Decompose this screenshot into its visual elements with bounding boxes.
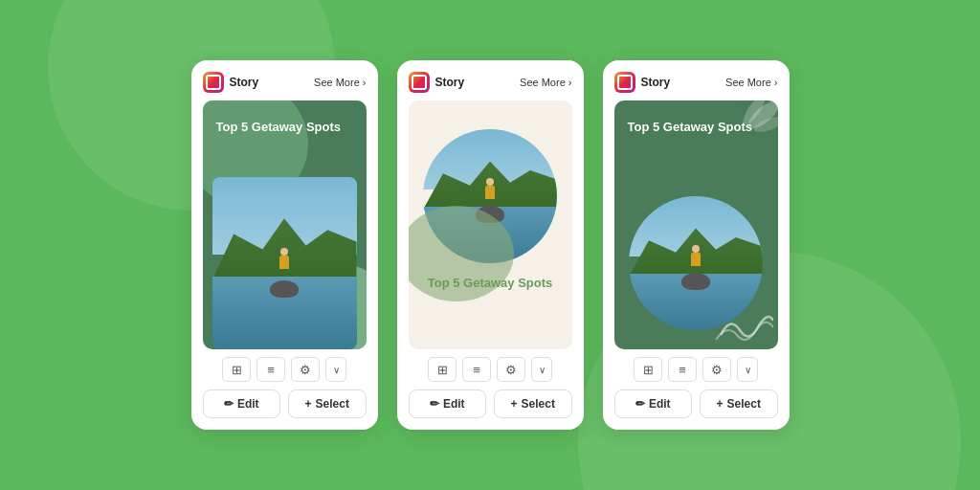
card-1-title: Top 5 Getaway Spots <box>216 120 342 136</box>
card-3-title: Top 5 Getaway Spots <box>628 120 753 136</box>
instagram-icon-1 <box>203 72 224 93</box>
card-1-actions: ✏ Edit + Select <box>203 390 367 418</box>
card-1-header: Story See More › <box>203 72 367 93</box>
card-2: Story See More › Top 5 Getaway Spots <box>397 60 584 430</box>
card-2-select-label: Select <box>522 397 555 411</box>
card-3-edit-button[interactable]: ✏ Edit <box>614 390 693 418</box>
plus-icon-2: + <box>511 397 518 411</box>
figure-head-2 <box>486 178 494 186</box>
card-1-story-label: Story <box>230 76 259 89</box>
card-3-toolbar-list[interactable]: ≡ <box>668 357 697 382</box>
scene-figure-3 <box>688 245 703 274</box>
scene-figure-1 <box>277 248 292 277</box>
figure-body-3 <box>691 253 701 266</box>
card-1-toolbar-chevron[interactable]: ∨ <box>325 357 346 382</box>
card-2-see-more[interactable]: See More › <box>520 77 571 88</box>
card-3-story-label: Story <box>641 76 671 89</box>
card-3-toolbar-chevron[interactable]: ∨ <box>737 357 758 382</box>
card-2-actions: ✏ Edit + Select <box>409 390 572 418</box>
card-2-preview: Top 5 Getaway Spots <box>409 100 572 349</box>
scene-rock-1 <box>270 280 299 298</box>
pencil-icon-2: ✏ <box>430 397 439 411</box>
card-2-story-label: Story <box>435 76 465 89</box>
card-1-toolbar-grid[interactable]: ⊞ <box>222 357 251 382</box>
card-1-see-more[interactable]: See More › <box>314 77 366 88</box>
card-3-select-button[interactable]: + Select <box>700 390 778 418</box>
card-3-actions: ✏ Edit + Select <box>614 390 778 418</box>
card-3-header: Story See More › <box>614 72 778 93</box>
scene-3 <box>629 196 763 330</box>
card-3-toolbar-settings[interactable]: ⚙ <box>702 357 731 382</box>
figure-head-1 <box>280 248 288 256</box>
pencil-icon-1: ✏ <box>224 397 234 411</box>
card-1-edit-button[interactable]: ✏ Edit <box>203 390 281 418</box>
card-3-circle-image <box>629 196 763 330</box>
card-2-toolbar: ⊞ ≡ ⚙ ∨ <box>409 357 572 382</box>
plus-icon-1: + <box>305 397 312 411</box>
card-1-edit-label: Edit <box>237 397 259 411</box>
card-2-toolbar-list[interactable]: ≡ <box>462 357 491 382</box>
card-1-select-label: Select <box>316 397 349 411</box>
card-3-edit-label: Edit <box>649 397 671 411</box>
plus-icon-3: + <box>717 397 724 411</box>
figure-body-2 <box>485 186 495 199</box>
card-3-toolbar-grid[interactable]: ⊞ <box>634 357 662 382</box>
card-1-image <box>212 177 357 349</box>
card-2-title: Top 5 Getaway Spots <box>409 276 572 292</box>
figure-head-3 <box>692 245 700 253</box>
card-2-toolbar-chevron[interactable]: ∨ <box>531 357 552 382</box>
card-2-toolbar-grid[interactable]: ⊞ <box>428 357 457 382</box>
card-2-toolbar-settings[interactable]: ⚙ <box>497 357 525 382</box>
card-3: Story See More › Top 5 Getaway Spots <box>603 60 790 430</box>
card-3-see-more[interactable]: See More › <box>725 77 777 88</box>
card-1: Story See More › Top 5 Getaway Spots <box>191 60 378 430</box>
card-3-select-label: Select <box>727 397 761 411</box>
scene-1 <box>212 177 357 349</box>
figure-body-1 <box>279 256 289 269</box>
card-2-edit-label: Edit <box>443 397 465 411</box>
instagram-icon-3 <box>614 72 635 93</box>
card-3-toolbar: ⊞ ≡ ⚙ ∨ <box>614 357 778 382</box>
scene-figure-2 <box>482 178 498 207</box>
card-1-select-button[interactable]: + Select <box>288 390 367 418</box>
card-1-toolbar: ⊞ ≡ ⚙ ∨ <box>203 357 367 382</box>
card-1-preview: Top 5 Getaway Spots <box>203 100 367 349</box>
card-3-preview: Top 5 Getaway Spots <box>614 100 778 349</box>
card-2-edit-button[interactable]: ✏ Edit <box>409 390 487 418</box>
scene-rock-3 <box>681 273 710 290</box>
pencil-icon-3: ✏ <box>635 397 645 411</box>
instagram-icon-2 <box>409 72 430 93</box>
card-2-select-button[interactable]: + Select <box>494 390 572 418</box>
cards-container: Story See More › Top 5 Getaway Spots <box>191 60 790 430</box>
card-1-toolbar-settings[interactable]: ⚙ <box>291 357 320 382</box>
card-1-toolbar-list[interactable]: ≡ <box>256 357 285 382</box>
card-2-header: Story See More › <box>409 72 572 93</box>
